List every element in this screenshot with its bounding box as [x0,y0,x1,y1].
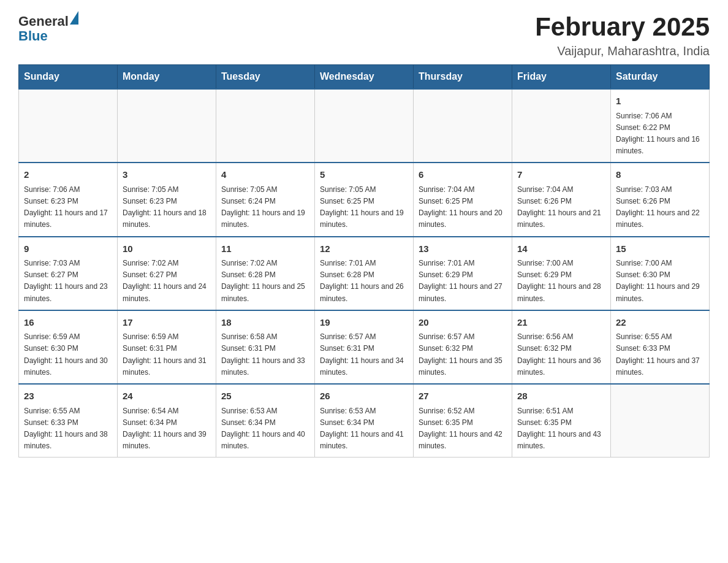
calendar-body: 1Sunrise: 7:06 AM Sunset: 6:22 PM Daylig… [19,89,710,458]
day-number: 22 [616,316,704,330]
day-number: 2 [24,168,112,182]
day-number: 13 [419,242,507,256]
day-number: 7 [517,168,605,182]
day-number: 14 [517,242,605,256]
calendar-day-cell: 28Sunrise: 6:51 AM Sunset: 6:35 PM Dayli… [512,384,611,458]
day-number: 24 [123,389,211,404]
calendar-day-cell: 5Sunrise: 7:05 AM Sunset: 6:25 PM Daylig… [315,163,414,236]
day-number: 17 [123,316,211,330]
weekday-header-wednesday: Wednesday [315,65,414,90]
day-info: Sunrise: 7:04 AM Sunset: 6:25 PM Dayligh… [419,184,507,231]
day-info: Sunrise: 6:52 AM Sunset: 6:35 PM Dayligh… [419,405,507,453]
calendar-day-cell: 1Sunrise: 7:06 AM Sunset: 6:22 PM Daylig… [611,89,710,163]
calendar-day-cell: 17Sunrise: 6:59 AM Sunset: 6:31 PM Dayli… [118,310,216,384]
day-info: Sunrise: 6:51 AM Sunset: 6:35 PM Dayligh… [517,405,605,453]
logo-general-text: General [18,13,69,29]
calendar-day-cell: 12Sunrise: 7:01 AM Sunset: 6:28 PM Dayli… [315,237,414,310]
day-info: Sunrise: 7:05 AM Sunset: 6:25 PM Dayligh… [320,184,408,231]
day-number: 10 [123,242,211,256]
calendar-day-cell: 24Sunrise: 6:54 AM Sunset: 6:34 PM Dayli… [118,384,216,458]
day-info: Sunrise: 7:03 AM Sunset: 6:27 PM Dayligh… [24,258,112,305]
day-number: 27 [419,389,507,404]
calendar-day-cell: 14Sunrise: 7:00 AM Sunset: 6:29 PM Dayli… [512,237,611,310]
day-number: 4 [221,168,309,182]
weekday-header-thursday: Thursday [414,65,512,90]
calendar-week-row: 16Sunrise: 6:59 AM Sunset: 6:30 PM Dayli… [19,310,710,384]
day-number: 28 [517,389,605,404]
weekday-header-row: SundayMondayTuesdayWednesdayThursdayFrid… [19,65,710,90]
day-info: Sunrise: 7:04 AM Sunset: 6:26 PM Dayligh… [517,184,605,231]
calendar-day-cell: 27Sunrise: 6:52 AM Sunset: 6:35 PM Dayli… [414,384,512,458]
calendar-day-cell: 6Sunrise: 7:04 AM Sunset: 6:25 PM Daylig… [414,163,512,236]
calendar-day-cell: 13Sunrise: 7:01 AM Sunset: 6:29 PM Dayli… [414,237,512,310]
calendar-week-row: 2Sunrise: 7:06 AM Sunset: 6:23 PM Daylig… [19,163,710,236]
day-number: 23 [24,389,112,404]
calendar-day-cell: 3Sunrise: 7:05 AM Sunset: 6:23 PM Daylig… [118,163,216,236]
day-number: 3 [123,168,211,182]
calendar-day-cell [216,89,315,163]
calendar-day-cell [414,89,512,163]
calendar-day-cell: 10Sunrise: 7:02 AM Sunset: 6:27 PM Dayli… [118,237,216,310]
day-info: Sunrise: 6:58 AM Sunset: 6:31 PM Dayligh… [221,331,309,378]
calendar-day-cell: 4Sunrise: 7:05 AM Sunset: 6:24 PM Daylig… [216,163,315,236]
calendar-subtitle: Vaijapur, Maharashtra, India [535,44,710,58]
title-block: February 2025 Vaijapur, Maharashtra, Ind… [535,12,710,58]
day-info: Sunrise: 6:54 AM Sunset: 6:34 PM Dayligh… [123,405,211,453]
calendar-day-cell [19,89,118,163]
calendar-day-cell: 2Sunrise: 7:06 AM Sunset: 6:23 PM Daylig… [19,163,118,236]
weekday-header-sunday: Sunday [19,65,118,90]
day-number: 8 [616,168,704,182]
calendar-day-cell: 8Sunrise: 7:03 AM Sunset: 6:26 PM Daylig… [611,163,710,236]
calendar-day-cell: 9Sunrise: 7:03 AM Sunset: 6:27 PM Daylig… [19,237,118,310]
day-number: 19 [320,316,408,330]
calendar-title: February 2025 [535,12,710,42]
calendar-day-cell: 22Sunrise: 6:55 AM Sunset: 6:33 PM Dayli… [611,310,710,384]
page-header: General Blue February 2025 Vaijapur, Mah… [18,12,710,58]
calendar-day-cell: 19Sunrise: 6:57 AM Sunset: 6:31 PM Dayli… [315,310,414,384]
calendar-day-cell: 20Sunrise: 6:57 AM Sunset: 6:32 PM Dayli… [414,310,512,384]
calendar-day-cell: 21Sunrise: 6:56 AM Sunset: 6:32 PM Dayli… [512,310,611,384]
day-number: 18 [221,316,309,330]
weekday-header-tuesday: Tuesday [216,65,315,90]
day-info: Sunrise: 6:55 AM Sunset: 6:33 PM Dayligh… [24,405,112,453]
day-info: Sunrise: 6:59 AM Sunset: 6:31 PM Dayligh… [123,331,211,378]
calendar-day-cell: 23Sunrise: 6:55 AM Sunset: 6:33 PM Dayli… [19,384,118,458]
day-info: Sunrise: 7:05 AM Sunset: 6:23 PM Dayligh… [123,184,211,231]
calendar-day-cell: 15Sunrise: 7:00 AM Sunset: 6:30 PM Dayli… [611,237,710,310]
weekday-header-monday: Monday [118,65,216,90]
day-info: Sunrise: 6:57 AM Sunset: 6:31 PM Dayligh… [320,331,408,378]
calendar-day-cell [611,384,710,458]
day-info: Sunrise: 7:02 AM Sunset: 6:27 PM Dayligh… [123,258,211,305]
calendar-day-cell: 26Sunrise: 6:53 AM Sunset: 6:34 PM Dayli… [315,384,414,458]
day-info: Sunrise: 7:01 AM Sunset: 6:28 PM Dayligh… [320,258,408,305]
day-number: 1 [616,94,704,109]
day-number: 16 [24,316,112,330]
calendar-day-cell [512,89,611,163]
day-number: 21 [517,316,605,330]
day-info: Sunrise: 6:53 AM Sunset: 6:34 PM Dayligh… [221,405,309,453]
day-number: 12 [320,242,408,256]
calendar-day-cell [315,89,414,163]
calendar-day-cell [118,89,216,163]
day-info: Sunrise: 7:02 AM Sunset: 6:28 PM Dayligh… [221,258,309,305]
day-number: 5 [320,168,408,182]
calendar-day-cell: 18Sunrise: 6:58 AM Sunset: 6:31 PM Dayli… [216,310,315,384]
day-info: Sunrise: 6:57 AM Sunset: 6:32 PM Dayligh… [419,331,507,378]
day-number: 25 [221,389,309,404]
calendar-day-cell: 25Sunrise: 6:53 AM Sunset: 6:34 PM Dayli… [216,384,315,458]
weekday-header-saturday: Saturday [611,65,710,90]
logo-triangle-icon [70,11,78,25]
day-info: Sunrise: 7:06 AM Sunset: 6:22 PM Dayligh… [616,110,704,158]
calendar-day-cell: 16Sunrise: 6:59 AM Sunset: 6:30 PM Dayli… [19,310,118,384]
day-info: Sunrise: 7:00 AM Sunset: 6:30 PM Dayligh… [616,258,704,305]
day-number: 26 [320,389,408,404]
day-info: Sunrise: 6:59 AM Sunset: 6:30 PM Dayligh… [24,331,112,378]
calendar-day-cell: 7Sunrise: 7:04 AM Sunset: 6:26 PM Daylig… [512,163,611,236]
calendar-table: SundayMondayTuesdayWednesdayThursdayFrid… [18,64,710,458]
day-info: Sunrise: 7:00 AM Sunset: 6:29 PM Dayligh… [517,258,605,305]
logo: General Blue [18,12,78,44]
day-number: 9 [24,242,112,256]
calendar-header: SundayMondayTuesdayWednesdayThursdayFrid… [19,65,710,90]
day-number: 11 [221,242,309,256]
calendar-week-row: 9Sunrise: 7:03 AM Sunset: 6:27 PM Daylig… [19,237,710,310]
